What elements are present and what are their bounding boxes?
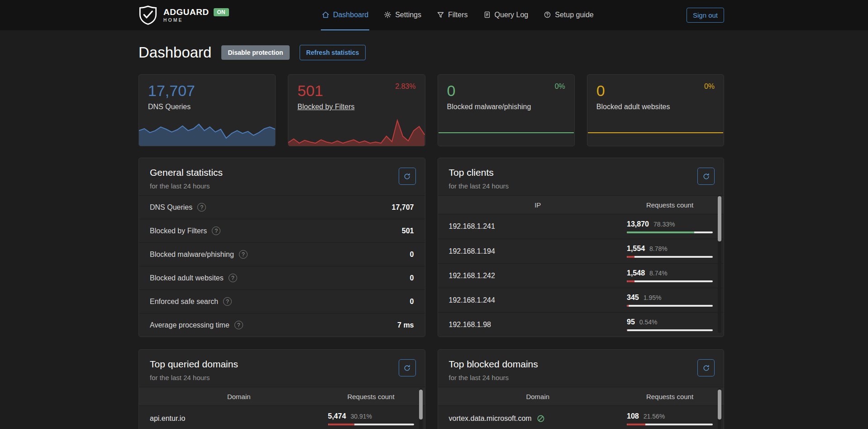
client-ip-link[interactable]: 192.168.1.242 xyxy=(449,272,495,280)
filter-icon xyxy=(437,11,444,19)
client-ip-link[interactable]: 192.168.1.194 xyxy=(449,247,495,255)
refresh-icon xyxy=(403,364,411,372)
stat-row-value: 0 xyxy=(410,251,414,259)
stat-value: 17,707 xyxy=(148,82,266,100)
stat-label: DNS Queries xyxy=(148,103,266,111)
stat-label: Blocked malware/phishing xyxy=(447,103,565,111)
nav-item-query-log[interactable]: Query Log xyxy=(482,0,529,30)
sparkline-chart xyxy=(288,113,424,146)
refresh-icon xyxy=(702,364,710,372)
stat-row-label: Enforced safe search xyxy=(150,298,218,306)
table-row: Blocked adult websites? 0 xyxy=(139,266,425,289)
page-title: Dashboard xyxy=(138,44,211,61)
nav-label: Filters xyxy=(448,11,468,19)
scrollbar[interactable] xyxy=(419,388,423,429)
disable-protection-button[interactable]: Disable protection xyxy=(221,45,289,60)
panel-title: Top queried domains xyxy=(150,359,414,370)
table-row: 192.168.1.98 950.54% xyxy=(438,312,724,337)
sparkline-chart xyxy=(587,113,724,146)
adguard-home-logo[interactable]: ADGUARD ON HOME xyxy=(138,5,229,25)
nav-item-filters[interactable]: Filters xyxy=(436,0,469,30)
table-row: 192.168.1.241 13,87078.33% xyxy=(438,214,724,239)
general-statistics-panel: General statistics for the last 24 hours… xyxy=(138,158,425,337)
stat-row-value: 501 xyxy=(402,227,414,235)
stat-row-value: 17,707 xyxy=(392,203,414,212)
table-header: IP Requests count xyxy=(438,195,724,214)
unblock-icon[interactable] xyxy=(536,414,545,423)
client-ip-link[interactable]: 192.168.1.98 xyxy=(449,321,491,329)
query-log-icon xyxy=(483,11,491,19)
help-icon[interactable]: ? xyxy=(212,227,220,235)
gear-icon xyxy=(384,11,391,19)
refresh-statistics-button[interactable]: Refresh statistics xyxy=(300,45,366,60)
help-icon[interactable]: ? xyxy=(197,203,206,212)
stat-row-label: Average processing time xyxy=(150,321,229,329)
panel-subtitle: for the last 24 hours xyxy=(150,374,414,381)
table-row: DNS Queries? 17,707 xyxy=(139,195,425,219)
blocked-by-filters-link[interactable]: Blocked by Filters xyxy=(297,103,415,111)
requests-count: 95 xyxy=(627,318,635,326)
stat-percent: 2.83% xyxy=(395,82,415,91)
refresh-button[interactable] xyxy=(399,168,416,185)
top-queried-domains-panel: Top queried domains for the last 24 hour… xyxy=(138,349,425,429)
shield-logo-icon xyxy=(138,5,157,25)
nav-item-dashboard[interactable]: Dashboard xyxy=(321,0,369,30)
column-header-requests: Requests count xyxy=(627,201,713,209)
scrollbar[interactable] xyxy=(718,388,721,429)
requests-count: 5,474 xyxy=(328,412,346,420)
brand-name: ADGUARD xyxy=(163,8,209,16)
help-icon[interactable]: ? xyxy=(223,297,232,306)
domain-link[interactable]: vortex.data.microsoft.com xyxy=(449,415,532,423)
stat-row-label: Blocked adult websites xyxy=(150,274,224,282)
sparkline-chart xyxy=(438,113,574,146)
requests-percent: 8.78% xyxy=(649,245,668,252)
stat-row-value: 7 ms xyxy=(397,321,414,329)
stat-row-value: 0 xyxy=(410,274,414,282)
stat-row-label: Blocked by Filters xyxy=(150,227,207,235)
scrollbar[interactable] xyxy=(718,195,721,333)
table-row: Blocked by Filters? 501 xyxy=(139,219,425,242)
domain-link[interactable]: api.entur.io xyxy=(150,415,185,423)
stat-label: Blocked adult websites xyxy=(596,103,715,111)
panel-title: Top clients xyxy=(449,167,713,178)
sign-out-button[interactable]: Sign out xyxy=(687,8,724,23)
table-row: Enforced safe search? 0 xyxy=(139,289,425,313)
client-ip-link[interactable]: 192.168.1.241 xyxy=(449,222,495,231)
requests-bar xyxy=(627,424,713,425)
table-row: api.entur.io 5,47430.91% xyxy=(139,406,425,429)
refresh-icon xyxy=(702,173,710,180)
help-icon[interactable]: ? xyxy=(239,250,248,259)
refresh-button[interactable] xyxy=(697,359,715,376)
scrollbar-thumb[interactable] xyxy=(718,390,721,419)
brand-subtitle: HOME xyxy=(163,18,229,23)
nav-label: Setup guide xyxy=(555,11,593,19)
table-row: vortex.data.microsoft.com 10821.56% xyxy=(438,406,724,429)
panel-title: Top blocked domains xyxy=(449,359,713,370)
main-nav: Dashboard Settings Filters Query Log Set… xyxy=(238,0,677,30)
help-icon[interactable]: ? xyxy=(234,321,243,329)
stat-row-label: Blocked malware/phishing xyxy=(150,251,234,259)
help-circle-icon xyxy=(544,11,551,19)
table-header: Domain Requests count xyxy=(139,387,425,406)
refresh-button[interactable] xyxy=(697,168,715,185)
requests-percent: 78.33% xyxy=(653,221,675,228)
panel-subtitle: for the last 24 hours xyxy=(449,182,713,190)
scrollbar-thumb[interactable] xyxy=(718,196,721,241)
requests-percent: 0.54% xyxy=(639,318,658,326)
panel-subtitle: for the last 24 hours xyxy=(449,374,713,381)
nav-item-setup-guide[interactable]: Setup guide xyxy=(543,0,594,30)
protection-status-badge: ON xyxy=(214,8,229,16)
stat-row-label: DNS Queries xyxy=(150,203,192,212)
nav-item-settings[interactable]: Settings xyxy=(383,0,422,30)
refresh-button[interactable] xyxy=(399,359,416,376)
table-row: 192.168.1.194 1,5548.78% xyxy=(438,239,724,263)
requests-bar xyxy=(627,256,713,258)
nav-label: Dashboard xyxy=(333,11,368,19)
client-ip-link[interactable]: 192.168.1.244 xyxy=(449,296,495,304)
help-icon[interactable]: ? xyxy=(229,274,237,282)
requests-bar xyxy=(627,280,713,282)
scrollbar-thumb[interactable] xyxy=(419,390,423,419)
column-header-requests: Requests count xyxy=(328,393,414,400)
panel-subtitle: for the last 24 hours xyxy=(150,182,414,190)
top-bar: ADGUARD ON HOME Dashboard Settings Filte… xyxy=(0,0,868,30)
